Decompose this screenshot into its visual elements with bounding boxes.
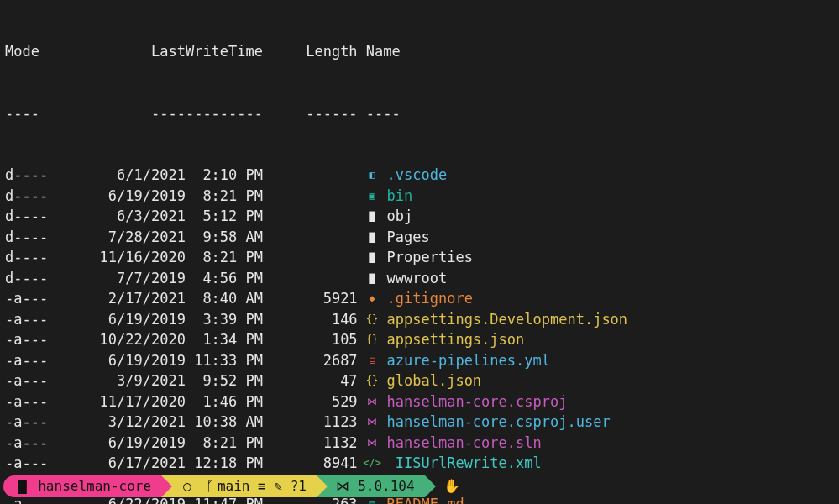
- file-name: azure-pipelines.yml: [387, 350, 834, 371]
- date-cell: 10/22/2020: [56, 329, 186, 350]
- header-row: Mode LastWriteTime Length Name: [5, 41, 834, 62]
- length-cell: 2687: [263, 350, 358, 371]
- file-name: .gitignore: [387, 288, 834, 309]
- date-cell: 2/17/2021: [56, 288, 186, 309]
- folder-icon: ▇: [366, 247, 378, 268]
- length-cell: 146: [263, 309, 358, 330]
- file-name: Pages: [387, 227, 834, 248]
- table-row: -a---6/19/20198:21 PM1132 ⋈ hanselman-co…: [5, 433, 834, 454]
- wave-icon: ✋: [443, 475, 459, 497]
- time-cell: 12:18 PM: [186, 453, 263, 474]
- status-git-segment: ○ ᚵmain ≡ ✎ ?1: [161, 475, 317, 497]
- yaml-icon: ≣: [366, 350, 378, 371]
- file-name: appsettings.Development.json: [387, 309, 834, 330]
- time-cell: 4:56 PM: [186, 268, 263, 289]
- vs-icon: ⋈: [366, 412, 378, 433]
- table-row: d----6/19/20198:21 PM ▣ bin: [5, 186, 834, 207]
- time-cell: 10:38 AM: [186, 412, 263, 433]
- date-cell: 7/7/2019: [56, 268, 186, 289]
- file-name: hanselman-core.sln: [387, 433, 834, 454]
- mode-header: Mode: [5, 41, 56, 62]
- terminal-output: Mode LastWriteTime Length Name ---- ----…: [0, 0, 839, 504]
- time-cell: 8:40 AM: [186, 288, 263, 309]
- table-row: d----6/3/20215:12 PM ▇ obj: [5, 206, 834, 227]
- table-row: d----7/7/20194:56 PM ▇ wwwroot: [5, 268, 834, 289]
- time-cell: 1:34 PM: [186, 329, 263, 350]
- mode-cell: -a---: [5, 288, 56, 309]
- date-cell: 3/9/2021: [56, 370, 186, 391]
- date-cell: 7/28/2021: [56, 227, 186, 248]
- mode-cell: d----: [5, 165, 56, 186]
- file-name: appsettings.json: [387, 329, 834, 350]
- time-cell: 8:21 PM: [186, 433, 263, 454]
- date-cell: 6/19/2019: [56, 433, 186, 454]
- date-cell: 6/17/2021: [56, 453, 186, 474]
- xml-icon: </>: [366, 453, 378, 474]
- mode-cell: d----: [5, 268, 56, 289]
- json-icon: {}: [366, 329, 378, 350]
- file-name: Properties: [387, 247, 834, 268]
- sync-icon: ≡: [258, 478, 266, 494]
- status-dotnet-version: 5.0.104: [358, 478, 414, 494]
- time-cell: 1:46 PM: [186, 391, 263, 412]
- table-row: -a---11/17/20201:46 PM529 ⋈ hanselman-co…: [5, 391, 834, 412]
- mode-cell: -a---: [5, 453, 56, 474]
- table-row: d----6/1/20212:10 PM ◧ .vscode: [5, 165, 834, 186]
- time-cell: 3:39 PM: [186, 309, 263, 330]
- length-cell: [263, 206, 358, 227]
- date-cell: 6/1/2021: [56, 165, 186, 186]
- date-cell: 11/16/2020: [56, 247, 186, 268]
- status-folder-name: hanselman-core: [38, 478, 151, 494]
- mode-cell: -a---: [5, 433, 56, 454]
- table-row: -a---6/19/20193:39 PM146 {} appsettings.…: [5, 309, 834, 330]
- folder-icon: ▇: [15, 475, 30, 497]
- folder-icon: ▇: [366, 268, 378, 289]
- table-row: -a---3/12/202110:38 AM1123 ⋈ hanselman-c…: [5, 412, 834, 433]
- length-cell: 1132: [263, 433, 358, 454]
- header-dash-row: ---- ------------- ------ ----: [5, 103, 834, 124]
- json-icon: {}: [366, 370, 378, 391]
- date-cell: 6/3/2021: [56, 206, 186, 227]
- mode-cell: d----: [5, 206, 56, 227]
- time-cell: 2:10 PM: [186, 165, 263, 186]
- vs-icon: ⋈: [366, 433, 378, 454]
- mode-cell: -a---: [5, 412, 56, 433]
- file-name: IISUrlRewrite.xml: [387, 453, 834, 474]
- mode-cell: -a---: [5, 329, 56, 350]
- table-row: d----11/16/20208:21 PM ▇ Properties: [5, 247, 834, 268]
- json-icon: {}: [366, 309, 378, 330]
- date-cell: 11/17/2020: [56, 391, 186, 412]
- time-cell: 8:21 PM: [186, 186, 263, 207]
- file-name: .vscode: [387, 165, 834, 186]
- file-name: hanselman-core.csproj: [387, 391, 834, 412]
- file-name: global.json: [387, 370, 834, 391]
- file-name: wwwroot: [387, 268, 834, 289]
- length-cell: 105: [263, 329, 358, 350]
- mode-cell: -a---: [5, 370, 56, 391]
- mode-cell: d----: [5, 227, 56, 248]
- status-dotnet-segment: ⋈ 5.0.104: [317, 475, 425, 497]
- time-cell: 11:33 PM: [186, 350, 263, 371]
- package-icon: ▣: [366, 186, 378, 207]
- status-untracked: ?1: [291, 478, 307, 494]
- date-cell: 6/19/2019: [56, 309, 186, 330]
- git-icon: ○: [180, 475, 195, 497]
- vs-icon: ⋈: [366, 391, 378, 412]
- file-name: obj: [387, 206, 834, 227]
- time-cell: 5:12 PM: [186, 206, 263, 227]
- dotnet-icon: ⋈: [335, 475, 350, 497]
- length-cell: [263, 247, 358, 268]
- length-cell: [263, 186, 358, 207]
- mode-cell: d----: [5, 186, 56, 207]
- table-row: -a---3/9/20219:52 PM47 {} global.json: [5, 370, 834, 391]
- length-cell: [263, 165, 358, 186]
- status-folder-segment: ▇ hanselman-core: [3, 475, 161, 497]
- length-header: Length: [263, 41, 358, 62]
- powerline-status: ▇ hanselman-core ○ ᚵmain ≡ ✎ ?1 ⋈ 5.0.10…: [3, 475, 468, 497]
- file-name: hanselman-core.csproj.user: [387, 412, 834, 433]
- length-cell: [263, 227, 358, 248]
- mode-cell: -a---: [5, 391, 56, 412]
- table-row: d----7/28/20219:58 AM ▇ Pages: [5, 227, 834, 248]
- length-cell: 8941: [263, 453, 358, 474]
- lastwritetime-header: LastWriteTime: [56, 41, 263, 62]
